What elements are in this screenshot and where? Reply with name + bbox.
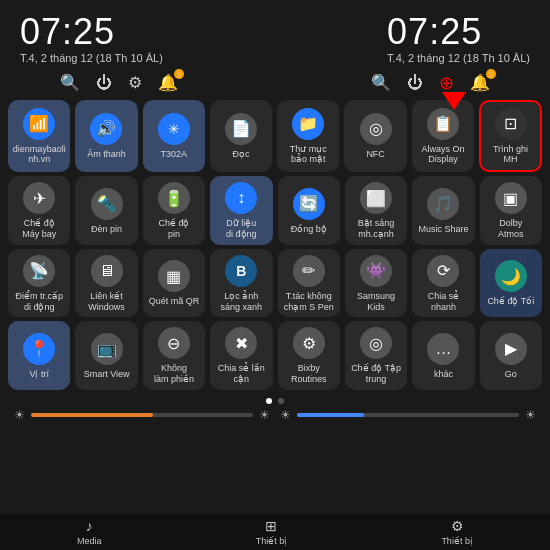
time-block-right: 07:25 T.4, 2 tháng 12 (18 Th 10 ÂL) xyxy=(387,12,530,64)
qs-tile-brightness[interactable]: ⬜ Bật sángmh.cạnh xyxy=(345,176,407,245)
qs-label-focus: Chế độ Tậptrung xyxy=(351,363,401,385)
qs-tile-bluetooth[interactable]: ✳ T302A xyxy=(143,100,205,173)
brightness-icon: ⬜ xyxy=(360,182,392,214)
media-icon: ♪ xyxy=(86,518,93,534)
qs-tile-focus[interactable]: ◎ Chế độ Tậptrung xyxy=(345,321,407,390)
qs-tile-battery[interactable]: 🔋 Chế độpin xyxy=(143,176,205,245)
search-icon[interactable]: 🔍 xyxy=(60,73,80,92)
qs-tile-link-windows[interactable]: 🖥 Liên kếtWindows xyxy=(75,249,137,318)
page-dots xyxy=(0,394,550,406)
qs-label-music-share: Music Share xyxy=(418,224,468,235)
sync-icon: 🔄 xyxy=(293,188,325,220)
search-icon-right[interactable]: 🔍 xyxy=(371,73,391,92)
qs-tile-filter[interactable]: B Lọc ảnhsáng xanh xyxy=(210,249,272,318)
qs-tile-folder[interactable]: 📁 Thư mụcbảo mật xyxy=(277,100,339,173)
share-icon: ⟳ xyxy=(427,255,459,287)
notification-icon[interactable]: 🔔1 xyxy=(158,73,178,92)
qs-tile-kids[interactable]: 👾 SamsungKids xyxy=(345,249,407,318)
bottom-settings-button[interactable]: ⚙ Thiết bị xyxy=(441,518,473,546)
battery-icon: 🔋 xyxy=(158,182,190,214)
brightness-track-left[interactable] xyxy=(31,413,253,417)
other-icon: … xyxy=(427,333,459,365)
qs-tile-qr[interactable]: ▦ Quét mã QR xyxy=(143,249,205,318)
brightness-track-right[interactable] xyxy=(297,413,519,417)
go-icon: ▶ xyxy=(495,333,527,365)
smart-view-icon: 📺 xyxy=(91,333,123,365)
bluetooth-icon: ✳ xyxy=(158,113,190,145)
qs-tile-dnd[interactable]: ⊖ Khônglàm phiền xyxy=(143,321,205,390)
qs-tile-mobile-data[interactable]: ↕ Dữ liệudi động xyxy=(210,176,272,245)
control-bar: 🔍 ⏻ ⚙ 🔔1 🔍 ⏻ ⊕ 🔔1 xyxy=(0,66,550,98)
qs-tile-doc[interactable]: 📄 Đọc xyxy=(210,100,272,173)
dot-1 xyxy=(266,398,272,404)
accessibility-icon: ✖ xyxy=(225,327,257,359)
time-right: 07:25 xyxy=(387,12,530,52)
brightness-slider-left: ☀ ☀ xyxy=(14,408,270,422)
qs-row-1: 📶 dienmaybaolinh.vn 🔊 Âm thanh ✳ T302A 📄… xyxy=(0,98,550,175)
qs-label-qr: Quét mã QR xyxy=(149,296,200,307)
notification-badge-right: 1 xyxy=(486,69,496,79)
qs-tile-airplane[interactable]: ✈ Chế độMáy bay xyxy=(8,176,70,245)
dark-icon: 🌙 xyxy=(495,260,527,292)
qs-label-accessibility: Chia sẻ lầncận xyxy=(218,363,265,385)
add-icon[interactable]: ⊕ xyxy=(439,72,454,94)
qs-label-sound: Âm thanh xyxy=(87,149,126,160)
bixby-icon: ⚙ xyxy=(293,327,325,359)
qs-tile-location[interactable]: 📍 Vị trí xyxy=(8,321,70,390)
qs-label-airplane: Chế độMáy bay xyxy=(22,218,56,240)
qs-tile-music-share[interactable]: 🎵 Music Share xyxy=(412,176,474,245)
qs-label-link-windows: Liên kếtWindows xyxy=(88,291,125,313)
folder-icon: 📁 xyxy=(292,108,324,140)
qs-tile-nfc[interactable]: ◎ NFC xyxy=(344,100,406,173)
qs-tile-aod[interactable]: 📋 Always OnDisplay xyxy=(412,100,474,173)
qs-label-dolby: DolbyAtmos xyxy=(498,218,524,240)
dolby-icon: ▣ xyxy=(495,182,527,214)
qs-tile-go[interactable]: ▶ Go xyxy=(480,321,542,390)
screen-record-icon: ⊡ xyxy=(495,108,527,140)
qs-label-spen: T.tác khôngchạm S Pen xyxy=(284,291,334,313)
brightness-high-icon-right: ☀ xyxy=(525,408,536,422)
qs-tile-remote[interactable]: 📡 Điểm tr.cấpdi động xyxy=(8,249,70,318)
link-windows-icon: 🖥 xyxy=(91,255,123,287)
qs-tile-screen-record[interactable]: ⊡ Trình ghi MH xyxy=(479,100,542,173)
date-left: T.4, 2 tháng 12 (18 Th 10 ÂL) xyxy=(20,52,163,64)
settings-icon[interactable]: ⚙ xyxy=(128,73,142,92)
qs-label-dark: Chế độ Tối xyxy=(487,296,534,307)
qs-tile-sound[interactable]: 🔊 Âm thanh xyxy=(75,100,137,173)
power-icon-right[interactable]: ⏻ xyxy=(407,74,423,92)
qs-label-bluetooth: T302A xyxy=(160,149,187,160)
flashlight-icon: 🔦 xyxy=(91,188,123,220)
brightness-fill-right xyxy=(297,413,364,417)
qs-tile-bixby[interactable]: ⚙ BixbyRoutines xyxy=(278,321,340,390)
qs-tile-share[interactable]: ⟳ Chia sẻ nhanh xyxy=(412,249,474,318)
qs-tile-sync[interactable]: 🔄 Đồng bộ xyxy=(278,176,340,245)
bottom-devices-button[interactable]: ⊞ Thiết bị xyxy=(256,518,288,546)
qs-tile-accessibility[interactable]: ✖ Chia sẻ lầncận xyxy=(210,321,272,390)
qs-tile-dark[interactable]: 🌙 Chế độ Tối xyxy=(480,249,542,318)
time-block-left: 07:25 T.4, 2 tháng 12 (18 Th 10 ÂL) xyxy=(20,12,163,64)
qs-row-2: ✈ Chế độMáy bay 🔦 Đèn pin 🔋 Chế độpin ↕ … xyxy=(0,174,550,247)
qs-label-remote: Điểm tr.cấpdi động xyxy=(15,291,63,313)
remote-icon: 📡 xyxy=(23,255,55,287)
qs-tile-flashlight[interactable]: 🔦 Đèn pin xyxy=(75,176,137,245)
focus-icon: ◎ xyxy=(360,327,392,359)
brightness-low-icon-right: ☀ xyxy=(280,408,291,422)
brightness-low-icon: ☀ xyxy=(14,408,25,422)
qs-label-doc: Đọc xyxy=(233,149,250,160)
brightness-slider-right: ☀ ☀ xyxy=(280,408,536,422)
qs-tile-smart-view[interactable]: 📺 Smart View xyxy=(75,321,137,390)
control-group-left: 🔍 ⏻ ⚙ 🔔1 xyxy=(60,72,178,94)
spen-icon: ✏ xyxy=(293,255,325,287)
devices-label: Thiết bị xyxy=(256,536,288,546)
doc-icon: 📄 xyxy=(225,113,257,145)
bottom-media-button[interactable]: ♪ Media xyxy=(77,518,102,546)
power-icon[interactable]: ⏻ xyxy=(96,74,112,92)
qs-tile-wifi[interactable]: 📶 dienmaybaolinh.vn xyxy=(8,100,70,173)
qs-label-aod: Always OnDisplay xyxy=(421,144,464,166)
qs-tile-dolby[interactable]: ▣ DolbyAtmos xyxy=(480,176,542,245)
qs-tile-spen[interactable]: ✏ T.tác khôngchạm S Pen xyxy=(278,249,340,318)
qs-label-other: khác xyxy=(434,369,453,380)
notification-icon-right[interactable]: 🔔1 xyxy=(470,73,490,92)
wifi-icon: 📶 xyxy=(23,108,55,140)
qs-tile-other[interactable]: … khác xyxy=(412,321,474,390)
